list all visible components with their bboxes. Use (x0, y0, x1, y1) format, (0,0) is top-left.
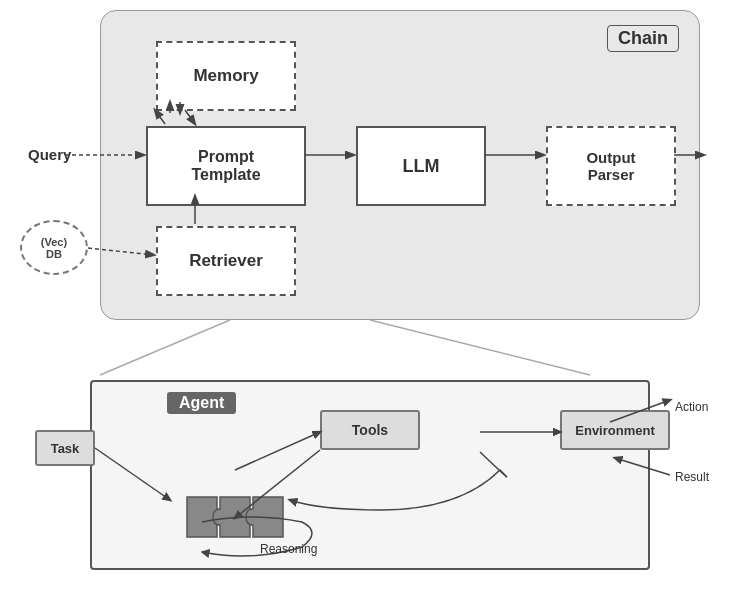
query-label: Query (28, 146, 71, 163)
retriever-label: Retriever (189, 251, 263, 271)
llm-label: LLM (403, 156, 440, 177)
llm-box: LLM (356, 126, 486, 206)
svg-line-15 (610, 400, 670, 422)
bottom-arrows-svg (30, 370, 730, 590)
output-parser-label: OutputParser (586, 149, 635, 183)
prompt-template-label: PromptTemplate (191, 148, 260, 184)
svg-line-16 (615, 458, 670, 475)
output-parser-box: OutputParser (546, 126, 676, 206)
chain-box: Chain Memory PromptTemplate LLM OutputPa… (100, 10, 700, 320)
memory-label: Memory (193, 66, 258, 86)
agent-section: Agent (30, 370, 710, 590)
chain-label: Chain (607, 25, 679, 52)
retriever-box: Retriever (156, 226, 296, 296)
svg-line-13 (235, 432, 320, 470)
memory-box: Memory (156, 41, 296, 111)
svg-line-12 (95, 448, 170, 500)
prompt-template-box: PromptTemplate (146, 126, 306, 206)
svg-line-11 (370, 320, 590, 375)
diagram-container: Chain Memory PromptTemplate LLM OutputPa… (0, 0, 742, 615)
svg-line-10 (100, 320, 230, 375)
vecdb-label: (Vec)DB (41, 236, 67, 260)
svg-line-17 (235, 450, 320, 518)
vecdb-box: (Vec)DB (20, 220, 88, 275)
